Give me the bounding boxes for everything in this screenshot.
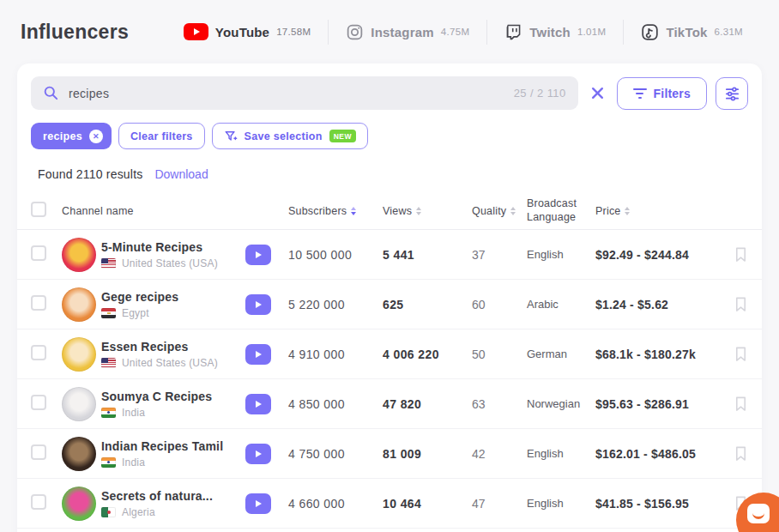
- language-value: Norwegian: [527, 397, 595, 410]
- channel-name[interactable]: Essen Recipes: [101, 340, 239, 354]
- channel-avatar[interactable]: [62, 487, 96, 521]
- header-price[interactable]: Price: [595, 205, 721, 217]
- channel-name[interactable]: 5-Minute Recipes: [101, 240, 239, 254]
- price-value: $95.63 - $286.91: [595, 397, 721, 411]
- funnel-plus-icon: [224, 130, 238, 143]
- platform-tab-twitch[interactable]: Twitch 1.01M: [486, 20, 623, 45]
- platform-tab-label: TikTok: [666, 25, 707, 39]
- advanced-filters-button[interactable]: [716, 77, 748, 110]
- influencers-table: Channel name Subscribers Views Quality B…: [17, 193, 762, 529]
- remove-chip-icon[interactable]: ✕: [89, 130, 103, 143]
- bookmark-button[interactable]: [734, 246, 748, 263]
- channel-avatar[interactable]: [62, 437, 96, 471]
- row-checkbox[interactable]: [31, 395, 46, 410]
- clear-search-button[interactable]: [587, 84, 608, 102]
- platform-tab-count: 17.58M: [276, 27, 311, 37]
- header-channel-name: Channel name: [62, 205, 245, 217]
- channel-name[interactable]: Secrets of natura...: [101, 489, 239, 503]
- quality-value: 47: [472, 497, 527, 511]
- platform-tab-label: YouTube: [215, 25, 269, 39]
- quality-value: 37: [472, 248, 527, 262]
- results-row: Found 2110 results Download: [17, 160, 762, 193]
- play-icon: [256, 500, 262, 507]
- views-value: 4 006 220: [383, 348, 472, 361]
- table-row: Essen Recipes United States (USA) 4 910 …: [17, 329, 762, 379]
- play-icon: [256, 251, 262, 258]
- bookmark-button[interactable]: [734, 346, 748, 362]
- row-checkbox[interactable]: [31, 444, 46, 460]
- sort-icon-quality: [510, 207, 516, 215]
- platform-tab-label: Instagram: [371, 25, 434, 39]
- bookmark-button[interactable]: [734, 396, 748, 412]
- tiktok-icon: [641, 23, 659, 41]
- subscribers-value: 4 850 000: [288, 397, 383, 411]
- youtube-icon: [184, 23, 208, 40]
- download-link[interactable]: Download: [154, 167, 208, 181]
- sliders-icon: [724, 85, 740, 101]
- table-row: Secrets of natura... Algeria 4 660 000 1…: [17, 479, 762, 529]
- quality-value: 42: [472, 447, 527, 461]
- platform-tab-count: 1.01M: [577, 27, 606, 37]
- header-subscribers[interactable]: Subscribers: [288, 205, 383, 217]
- language-value: German: [527, 348, 595, 360]
- price-value: $41.85 - $156.95: [595, 497, 721, 511]
- row-checkbox[interactable]: [31, 295, 46, 311]
- price-value: $1.24 - $5.62: [595, 298, 721, 311]
- search-input[interactable]: recipes 25 / 2 110: [31, 76, 578, 110]
- row-checkbox[interactable]: [31, 345, 46, 360]
- channel-avatar[interactable]: [62, 287, 96, 322]
- clear-filters-label: Clear filters: [130, 130, 193, 142]
- sort-icon-views: [416, 207, 421, 215]
- open-channel-play-button[interactable]: [245, 444, 271, 464]
- chat-icon: [747, 504, 770, 523]
- clear-filters-button[interactable]: Clear filters: [118, 123, 205, 149]
- platform-tab-tiktok[interactable]: TikTok 6.31M: [623, 20, 760, 45]
- open-channel-play-button[interactable]: [245, 394, 271, 414]
- open-channel-play-button[interactable]: [245, 344, 271, 365]
- country-label: India: [122, 456, 145, 469]
- filters-button[interactable]: Filters: [617, 77, 707, 110]
- channel-name[interactable]: Soumya C Recipes: [101, 390, 239, 403]
- row-checkbox[interactable]: [31, 494, 46, 510]
- table-row: Soumya C Recipes India 4 850 000 47 820 …: [17, 379, 762, 429]
- search-query-text: recipes: [69, 87, 504, 100]
- play-icon: [256, 351, 262, 358]
- platform-tab-instagram[interactable]: Instagram 4.75M: [328, 20, 486, 45]
- platform-tab-label: Twitch: [529, 25, 571, 39]
- platform-tab-count: 6.31M: [715, 27, 743, 37]
- country-flag-icon: [101, 457, 116, 468]
- filter-chip-recipes[interactable]: recipes ✕: [31, 123, 112, 149]
- table-row: Indian Recipes Tamil India 4 750 000 81 …: [17, 429, 762, 479]
- bookmark-button[interactable]: [734, 296, 748, 312]
- language-value: English: [527, 497, 595, 510]
- channel-avatar[interactable]: [62, 387, 96, 421]
- platform-tab-youtube[interactable]: YouTube 17.58M: [166, 20, 329, 45]
- language-value: English: [527, 248, 595, 261]
- save-selection-button[interactable]: Save selection NEW: [212, 123, 368, 149]
- views-value: 10 464: [383, 497, 472, 511]
- subscribers-value: 4 910 000: [288, 348, 383, 361]
- channel-name[interactable]: Indian Recipes Tamil: [101, 439, 239, 453]
- select-all-checkbox[interactable]: [31, 202, 46, 217]
- header-views[interactable]: Views: [383, 205, 472, 217]
- channel-avatar[interactable]: [62, 337, 96, 372]
- subscribers-value: 5 220 000: [288, 298, 383, 311]
- quality-value: 60: [472, 298, 527, 311]
- language-value: English: [527, 447, 595, 460]
- open-channel-play-button[interactable]: [245, 245, 271, 265]
- channel-avatar[interactable]: [62, 238, 96, 272]
- views-value: 81 009: [383, 447, 472, 461]
- row-checkbox[interactable]: [31, 245, 46, 261]
- sort-icon-price: [625, 207, 630, 215]
- sort-icon-subscribers: [351, 207, 356, 215]
- country-label: United States (USA): [122, 357, 218, 369]
- bookmark-button[interactable]: [734, 445, 748, 462]
- open-channel-play-button[interactable]: [245, 294, 271, 315]
- instagram-icon: [346, 23, 364, 41]
- play-icon: [256, 450, 262, 457]
- country-flag-icon: [101, 507, 116, 517]
- channel-name[interactable]: Gege recipes: [101, 290, 239, 304]
- table-row: Gege recipes Egypt 5 220 000 625 60 Arab…: [17, 280, 762, 329]
- header-quality[interactable]: Quality: [472, 205, 527, 217]
- open-channel-play-button[interactable]: [245, 493, 271, 514]
